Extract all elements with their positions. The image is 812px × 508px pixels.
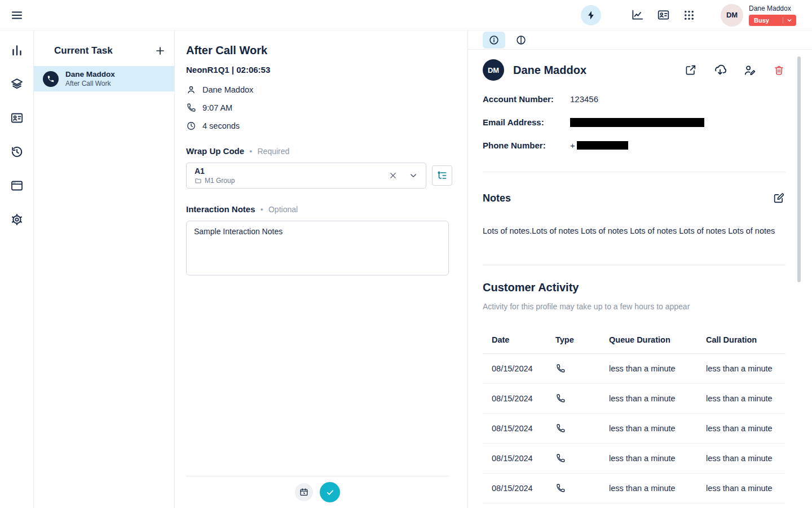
interaction-notes-requirement: Optional bbox=[268, 205, 298, 214]
wrap-up-value: A1 bbox=[195, 167, 235, 176]
acw-footer bbox=[186, 476, 449, 508]
nav-contact-card-icon[interactable] bbox=[10, 111, 24, 125]
add-task-icon[interactable] bbox=[153, 44, 167, 58]
topbar: DM Dane Maddox Busy bbox=[0, 0, 812, 30]
activity-call-duration: less than a minute bbox=[706, 364, 785, 373]
edit-contact-icon[interactable] bbox=[743, 63, 756, 77]
list-tree-icon bbox=[436, 170, 448, 181]
flash-button[interactable] bbox=[581, 5, 601, 25]
status-label: Busy bbox=[754, 17, 769, 24]
header-queue-duration: Queue Duration bbox=[609, 335, 706, 344]
edit-notes-icon[interactable] bbox=[772, 191, 785, 205]
person-icon bbox=[186, 85, 196, 95]
avatar-initials: DM bbox=[726, 11, 738, 19]
left-navigation bbox=[0, 30, 34, 508]
phone-redaction-bar bbox=[577, 141, 628, 150]
analytics-icon[interactable] bbox=[630, 8, 644, 22]
activity-queue-duration: less than a minute bbox=[609, 454, 706, 463]
email-label: Email Address: bbox=[483, 117, 570, 127]
activity-queue-duration: less than a minute bbox=[609, 394, 706, 403]
complete-button[interactable] bbox=[320, 482, 340, 502]
acw-session: NeonR1Q1 | 02:06:53 bbox=[186, 65, 454, 75]
phone-icon bbox=[47, 75, 55, 83]
phone-field: Phone Number: + bbox=[483, 134, 785, 157]
divider bbox=[483, 172, 785, 172]
open-external-icon[interactable] bbox=[684, 63, 698, 77]
status-dropdown[interactable]: Busy bbox=[749, 15, 796, 26]
wrap-up-select[interactable]: A1 M1 Group bbox=[186, 163, 426, 189]
activity-row: 08/15/2024 less than a minute less than … bbox=[483, 384, 785, 414]
menu-icon[interactable] bbox=[9, 7, 25, 23]
clear-icon[interactable] bbox=[388, 170, 398, 181]
notes-title: Notes bbox=[483, 192, 511, 204]
phone-icon bbox=[555, 364, 609, 374]
activity-table: Date Type Queue Duration Call Duration 0… bbox=[483, 326, 785, 503]
wrap-up-group: M1 Group bbox=[205, 177, 235, 185]
phone-icon bbox=[555, 483, 609, 493]
notes-content: Lots of notes.Lots of notes Lots of note… bbox=[483, 225, 785, 237]
contact-name: Dane Maddox bbox=[202, 85, 253, 94]
bullet-separator: ● bbox=[261, 207, 263, 212]
call-time: 9:07 AM bbox=[202, 103, 232, 112]
nav-window-icon[interactable] bbox=[10, 178, 24, 193]
activity-table-header: Date Type Queue Duration Call Duration bbox=[483, 326, 785, 354]
activity-row: 08/15/2024 less than a minute less than … bbox=[483, 354, 785, 384]
nav-layers-icon[interactable] bbox=[10, 77, 24, 91]
user-name: Dane Maddox bbox=[749, 5, 796, 12]
profile-name: Dane Maddox bbox=[513, 64, 586, 77]
chevron-down-icon bbox=[786, 17, 793, 24]
dialpad-icon[interactable] bbox=[682, 8, 696, 22]
activity-call-duration: less than a minute bbox=[706, 454, 785, 463]
profile-tabs bbox=[468, 30, 812, 50]
account-number-value: 123456 bbox=[570, 94, 598, 104]
folder-icon bbox=[195, 177, 202, 185]
tab-info[interactable] bbox=[483, 32, 505, 49]
activity-queue-duration: less than a minute bbox=[609, 364, 706, 373]
activity-date: 08/15/2024 bbox=[492, 484, 555, 493]
activity-date: 08/15/2024 bbox=[492, 364, 555, 373]
wrap-up-label: Wrap Up Code bbox=[186, 146, 244, 156]
activity-date: 08/15/2024 bbox=[492, 394, 555, 403]
activity-queue-duration: less than a minute bbox=[609, 424, 706, 433]
clock-icon bbox=[186, 121, 196, 131]
contrast-icon bbox=[515, 34, 527, 46]
status-divider bbox=[783, 17, 783, 24]
wrap-up-requirement: Required bbox=[258, 147, 290, 156]
schedule-button[interactable] bbox=[295, 483, 313, 501]
customer-profile-panel: DM Dane Maddox bbox=[468, 30, 812, 508]
user-avatar[interactable]: DM bbox=[721, 4, 743, 27]
interaction-notes-input[interactable]: Sample Interaction Notes bbox=[186, 221, 449, 275]
check-icon bbox=[325, 488, 335, 497]
flash-icon bbox=[586, 10, 596, 20]
task-avatar bbox=[43, 71, 59, 87]
call-time-row: 9:07 AM bbox=[186, 103, 454, 113]
task-name: Dane Maddox bbox=[65, 70, 115, 78]
email-field: Email Address: bbox=[483, 111, 785, 134]
activity-call-duration: less than a minute bbox=[706, 484, 785, 493]
after-call-work-panel: After Call Work NeonR1Q1 | 02:06:53 Dane… bbox=[175, 30, 468, 508]
call-duration: 4 seconds bbox=[202, 121, 240, 130]
activity-date: 08/15/2024 bbox=[492, 454, 555, 463]
activity-call-duration: less than a minute bbox=[706, 424, 785, 433]
activity-row: 08/15/2024 less than a minute less than … bbox=[483, 444, 785, 474]
customer-activity-subtitle: Activity for this profile may take up to… bbox=[483, 302, 785, 311]
nav-settings-icon[interactable] bbox=[10, 212, 24, 227]
activity-row: 08/15/2024 less than a minute less than … bbox=[483, 474, 785, 503]
scrollbar-thumb[interactable] bbox=[797, 56, 801, 282]
nav-history-icon[interactable] bbox=[10, 144, 24, 159]
task-panel-title: Current Task bbox=[54, 45, 113, 56]
interaction-notes-label: Interaction Notes bbox=[186, 204, 255, 214]
activity-date: 08/15/2024 bbox=[492, 424, 555, 433]
delete-icon[interactable] bbox=[772, 63, 785, 77]
tab-compare[interactable] bbox=[510, 32, 532, 49]
browse-codes-button[interactable] bbox=[432, 165, 452, 186]
account-number-label: Account Number: bbox=[483, 94, 570, 104]
chevron-down-icon[interactable] bbox=[408, 170, 418, 181]
header-call-duration: Call Duration bbox=[706, 335, 785, 344]
phone-icon bbox=[555, 393, 609, 404]
info-icon bbox=[488, 34, 500, 46]
task-item[interactable]: Dane Maddox After Call Work bbox=[34, 66, 174, 91]
download-icon[interactable] bbox=[713, 63, 727, 77]
nav-bar-chart-icon[interactable] bbox=[10, 43, 24, 58]
contacts-icon[interactable] bbox=[656, 8, 670, 22]
